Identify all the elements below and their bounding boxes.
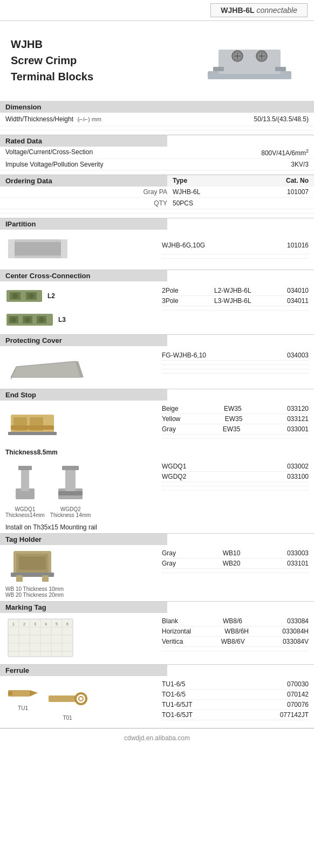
- qty-label: QTY: [5, 199, 173, 207]
- tu1-label: TU1: [5, 705, 40, 711]
- color-label: Gray PA: [5, 188, 173, 196]
- dimension-label: Width/Thickness/Height (⌐/⌐) mm: [5, 115, 201, 123]
- wgdq2-image: [56, 461, 85, 505]
- partition-row: WJHB-6G,10G 101016: [162, 240, 309, 250]
- title-line1: WJHB: [11, 36, 195, 52]
- tag-holder-body: WB 10 Thickness 10mm WB 20 Thickness 20m…: [0, 545, 314, 601]
- row-cat: 070076: [287, 701, 309, 708]
- top-section: WJHB Screw Crimp Terminal Blocks: [0, 21, 314, 101]
- wgdq2-area: WGDQ2 Thickness 14mm: [50, 461, 91, 518]
- svg-rect-41: [62, 466, 79, 470]
- partition-image-area: [5, 234, 162, 265]
- svg-point-20: [29, 293, 34, 299]
- cross-model-3pole: L3-WJHB-6L: [214, 297, 251, 305]
- svg-rect-38: [18, 466, 32, 470]
- row-cat: 033101: [287, 560, 309, 567]
- svg-marker-28: [11, 361, 81, 377]
- svg-point-27: [39, 317, 44, 322]
- svg-rect-66: [8, 691, 12, 695]
- ferrule-header-row: Ferrule: [0, 665, 314, 676]
- install-label: Install on Th35x15 Mounting rail: [0, 521, 314, 533]
- dimension-section: Dimension Width/Thickness/Height (⌐/⌐) m…: [0, 101, 314, 135]
- row-cat: 033002: [287, 463, 309, 470]
- marking-row: HorizontalWB8/6H033084H: [162, 626, 309, 637]
- svg-rect-15: [61, 239, 67, 258]
- row-cat: 033100: [287, 473, 309, 480]
- row-cat: 033003: [287, 549, 309, 557]
- row-model: WGDQ2: [162, 473, 186, 480]
- ordering-header-row: Ordering Data Type Cat. No: [0, 175, 314, 187]
- svg-rect-48: [42, 575, 49, 582]
- cross-section: Center Cross-Connection L2: [0, 270, 314, 335]
- cover-row: FG-WJHB-6,10 034003: [162, 350, 309, 361]
- svg-rect-45: [19, 556, 46, 570]
- svg-rect-68: [49, 695, 76, 702]
- rated-data-section: Rated Data Voltage/Current/Cross-Section…: [0, 135, 314, 175]
- cross-body: L2 L3 2P: [0, 281, 314, 334]
- cross-header: Center Cross-Connection: [0, 270, 167, 281]
- footer-url: cdwdjd.en.alibaba.com: [124, 734, 190, 742]
- rated-row2: Impulse Voltage/Pollution Severity 3KV/3: [0, 159, 314, 170]
- row-model: WB10: [223, 549, 241, 557]
- cross-data: 2Pole L2-WJHB-6L 034010 3Pole L3-WJHB-6L…: [162, 286, 309, 315]
- svg-text:3: 3: [34, 622, 36, 626]
- row-model: EW35: [223, 425, 241, 433]
- rated-value1: 800V/41A/6mm2: [201, 148, 309, 157]
- partition-model: WJHB-6G,10G: [162, 242, 205, 249]
- end-stop-image-area: [5, 404, 162, 443]
- cross-image-area: L2 L3: [5, 286, 162, 330]
- ferrule-section: Ferrule TU1: [0, 665, 314, 728]
- end-stop-row: GrayEW35033001: [162, 424, 309, 435]
- svg-rect-34: [11, 425, 54, 430]
- end-stop-row2: WGDQ1033002: [162, 461, 309, 472]
- wgdq-images: WGDQ1 Thickness14mm WGDQ2 Thickness 14mm: [5, 461, 162, 518]
- svg-rect-35: [8, 432, 57, 435]
- svg-point-23: [11, 317, 16, 322]
- partition-header: IPartition: [0, 218, 167, 230]
- header-connectable: connectable: [256, 6, 297, 15]
- tag-holder-image-area: WB 10 Thickness 10mm WB 20 Thickness 20m…: [5, 548, 162, 598]
- row-model: WB20: [223, 560, 241, 567]
- wgdq2-thickness: Thickness 14mm: [50, 512, 91, 518]
- row-cat: 033121: [287, 415, 309, 423]
- cross-row1: 2Pole L2-WJHB-6L 034010: [162, 286, 309, 296]
- row-cat: 033084H: [282, 628, 309, 635]
- cat-header: Cat. No: [286, 177, 309, 185]
- page: WJHB-6L connectable WJHB Screw Crimp Ter…: [0, 0, 314, 747]
- cross-2pole-label: 2Pole: [162, 287, 179, 294]
- cover-section: Protecting Cover FG-WJHB-6,10 034003: [0, 335, 314, 389]
- t01-image: [46, 684, 89, 713]
- header-bar: WJHB-6L connectable: [0, 0, 314, 21]
- row-model: EW35: [224, 405, 242, 412]
- end-stop-body: BeigeEW35033120YellowEW35033121GrayEW350…: [0, 401, 314, 446]
- svg-point-18: [12, 293, 18, 299]
- end-stop-row: YellowEW35033121: [162, 414, 309, 424]
- l3-image: [5, 309, 54, 330]
- end-stop-image: [5, 404, 59, 442]
- row-model: TO1-6/5JT: [162, 711, 193, 719]
- ordering-row2: QTY 50PCS: [0, 198, 314, 209]
- row-cat: 033084: [287, 617, 309, 625]
- dimension-dim: (⌐/⌐) mm: [77, 116, 101, 122]
- ferrule-row: TO1-6/5JT077142JT: [162, 710, 309, 720]
- wgdq1-label: WGDQ1: [5, 506, 45, 512]
- cover-body: FG-WJHB-6,10 034003: [0, 346, 314, 389]
- wgdq2-label: WGDQ2: [50, 506, 91, 512]
- row-color: Yellow: [162, 415, 180, 423]
- rated-label2: Impulse Voltage/Pollution Severity: [5, 161, 201, 168]
- t01-label: T01: [46, 715, 89, 721]
- marking-header: Marking Tag: [0, 602, 167, 613]
- tag-holder-section: Tag Holder WB 10 Thickness 10mm WB 20 Th…: [0, 534, 314, 602]
- tu1-area: TU1: [5, 679, 40, 721]
- row-model: TU1-6/5JT: [162, 701, 193, 708]
- end-stop-row: BeigeEW35033120: [162, 404, 309, 414]
- tag-img-desc2: WB 20 Thickness 20mm: [5, 592, 162, 598]
- thickness-label: Thickness8.5mm: [0, 446, 314, 458]
- svg-text:2: 2: [23, 622, 25, 626]
- end-stop-header: End Stop: [0, 389, 167, 401]
- row-type: Veritica: [162, 638, 183, 645]
- tag-holder-rows: GrayWB10033003GrayWB20033101: [162, 548, 309, 569]
- svg-point-25: [25, 317, 30, 322]
- ordering-section: Ordering Data Type Cat. No Gray PA WJHB-…: [0, 175, 314, 218]
- rated-value2: 3KV/3: [201, 161, 309, 168]
